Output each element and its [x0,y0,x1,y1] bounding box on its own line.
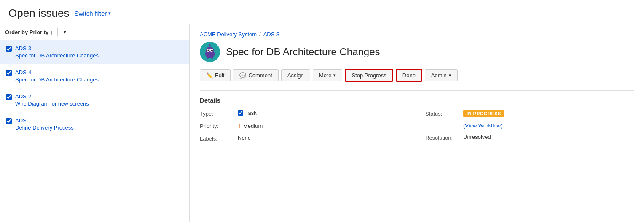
issue-list-sidebar: Order by Priority ↓ ▾ ADS-3 Spec for DB … [0,24,190,222]
issue-checkbox-ads4[interactable] [6,70,12,76]
labels-row: Labels: None [200,135,408,142]
resolution-value: Unresolved [463,134,491,140]
resolution-row: Resolution: Unresolved [425,134,634,141]
type-label: Type: [200,110,238,117]
issue-item-ads4[interactable]: ADS-4 Spec for DB Architecture Changes [0,64,189,88]
issue-key-ads3[interactable]: ADS-3 [15,45,99,51]
details-right-column: Status: IN PROGRESS (View Workflow) Reso… [417,110,634,147]
status-badge: IN PROGRESS [463,110,504,117]
status-label: Status: [425,110,463,117]
breadcrumb-project[interactable]: ACME Delivery System [200,31,257,38]
details-grid: Type: Task Priority: ↑ Medium [200,110,634,147]
issue-text-ads1: ADS-1 Define Delivery Process [15,117,74,131]
order-by-priority-button[interactable]: Order by Priority ↓ [5,29,53,35]
breadcrumb-separator: / [259,31,261,38]
priority-up-icon: ↑ [238,122,241,130]
done-label: Done [402,72,416,79]
issue-item-ads3[interactable]: ADS-3 Spec for DB Architecture Changes [0,40,189,64]
assign-button[interactable]: Assign [281,69,310,81]
switch-filter-label: Switch filter [75,10,107,17]
more-button[interactable]: More ▾ [313,69,343,81]
edit-button[interactable]: ✏️ Edit [200,69,231,81]
svg-rect-11 [211,57,213,59]
status-value: IN PROGRESS [463,110,504,117]
issue-checkbox-ads1[interactable] [6,118,12,124]
issue-key-ads4[interactable]: ADS-4 [15,69,99,76]
avatar-icon [202,44,218,60]
sidebar-toolbar: Order by Priority ↓ ▾ [0,24,189,40]
admin-button[interactable]: Admin ▾ [425,69,458,81]
switch-filter-arrow-icon: ▾ [108,11,111,16]
action-bar: ✏️ Edit 💬 Comment Assign More ▾ Stop Pro… [200,69,634,82]
details-heading: Details [200,97,634,104]
issue-checkbox-ads2[interactable] [6,94,12,100]
detail-header: Spec for DB Architecture Changes [200,42,634,62]
type-text: Task [245,110,257,116]
admin-dropdown-icon: ▾ [449,73,451,78]
edit-label: Edit [215,72,224,79]
issue-key-ads1[interactable]: ADS-1 [15,117,74,124]
workflow-spacer [425,122,463,123]
svg-point-4 [207,49,209,51]
issue-text-ads3: ADS-3 Spec for DB Architecture Changes [15,45,99,59]
order-dropdown-button[interactable]: ▾ [62,28,68,36]
main-content: Order by Priority ↓ ▾ ADS-3 Spec for DB … [0,24,644,222]
svg-point-6 [209,50,209,51]
issue-text-ads2: ADS-2 Wire Diagram for new screens [15,93,89,107]
comment-icon: 💬 [239,72,246,79]
page-wrapper: Open issues Switch filter ▾ Order by Pri… [0,0,644,222]
view-workflow-link[interactable]: (View Workflow) [463,122,502,129]
issue-item-ads2[interactable]: ADS-2 Wire Diagram for new screens [0,88,189,112]
comment-label: Comment [248,72,272,79]
issue-summary-ads1[interactable]: Define Delivery Process [15,125,74,131]
priority-value: ↑ Medium [238,122,263,130]
more-dropdown-icon: ▾ [333,73,336,78]
type-value: Task [238,110,257,116]
order-arrow-icon: ↓ [50,29,53,35]
priority-label: Priority: [200,122,238,129]
issue-avatar [200,42,220,62]
svg-point-5 [211,49,213,51]
labels-label: Labels: [200,135,238,142]
type-row: Type: Task [200,110,408,117]
switch-filter-button[interactable]: Switch filter ▾ [75,10,111,17]
stop-progress-label: Stop Progress [352,72,386,79]
svg-point-7 [212,50,213,51]
breadcrumb-issue-key[interactable]: ADS-3 [263,31,279,38]
resolution-label: Resolution: [425,134,463,141]
toolbar-divider [57,28,58,36]
comment-button[interactable]: 💬 Comment [233,69,278,81]
assign-label: Assign [287,72,304,79]
issue-checkbox-ads3[interactable] [6,46,12,52]
workflow-row: (View Workflow) [425,122,634,129]
labels-value: None [238,135,251,141]
type-task-checkbox[interactable] [238,110,243,116]
status-row: Status: IN PROGRESS [425,110,634,117]
detail-panel: ACME Delivery System / ADS-3 [190,24,644,222]
page-header: Open issues Switch filter ▾ [0,0,644,24]
priority-row: Priority: ↑ Medium [200,122,408,130]
issue-key-ads2[interactable]: ADS-2 [15,93,89,100]
svg-point-9 [209,44,210,46]
stop-progress-button[interactable]: Stop Progress [345,69,393,82]
issue-item-ads1[interactable]: ADS-1 Define Delivery Process [0,112,189,136]
issue-text-ads4: ADS-4 Spec for DB Architecture Changes [15,69,99,83]
admin-label: Admin [431,72,447,79]
pencil-icon: ✏️ [206,72,213,79]
svg-rect-10 [207,57,209,59]
breadcrumb: ACME Delivery System / ADS-3 [200,31,634,38]
details-section: Details Type: Task Priority: [200,90,634,147]
issue-summary-ads2[interactable]: Wire Diagram for new screens [15,100,89,107]
more-label: More [319,72,332,79]
priority-text: Medium [243,123,263,129]
details-left-column: Type: Task Priority: ↑ Medium [200,110,417,147]
order-by-label: Order by Priority [5,29,48,35]
page-title: Open issues [8,7,70,20]
issue-summary-ads3[interactable]: Spec for DB Architecture Changes [15,52,99,59]
issue-summary-ads4[interactable]: Spec for DB Architecture Changes [15,76,99,83]
detail-title: Spec for DB Architecture Changes [226,46,380,58]
done-button[interactable]: Done [396,69,422,82]
